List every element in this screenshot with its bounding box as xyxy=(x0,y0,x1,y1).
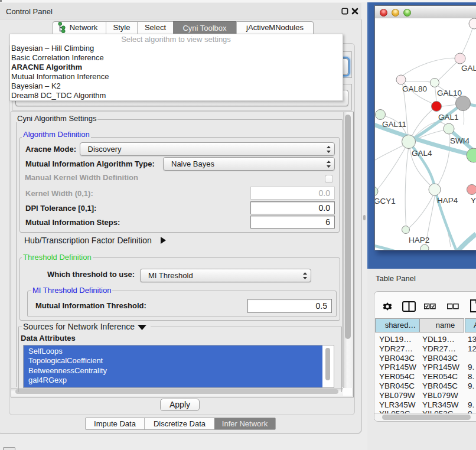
svg-text:GAL7: GAL7 xyxy=(461,64,476,73)
svg-text:HAP4: HAP4 xyxy=(437,196,458,205)
svg-text:GAL80: GAL80 xyxy=(402,84,427,93)
svg-text:GAL1: GAL1 xyxy=(438,113,459,122)
svg-text:GAL10: GAL10 xyxy=(437,89,462,97)
svg-text:GAL11: GAL11 xyxy=(382,120,406,129)
svg-text:GCY1: GCY1 xyxy=(375,197,396,206)
svg-text:YM: YM xyxy=(471,196,476,205)
svg-text:SWI4: SWI4 xyxy=(450,136,470,145)
svg-text:HAP2: HAP2 xyxy=(409,236,429,244)
svg-text:GAL4: GAL4 xyxy=(412,149,432,158)
